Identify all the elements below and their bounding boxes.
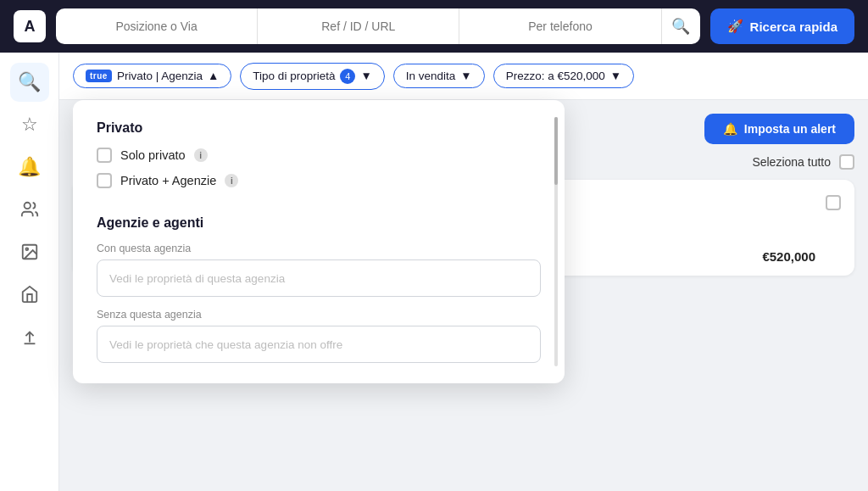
- property-select-checkbox[interactable]: [826, 195, 841, 210]
- filter-chip-prezzo[interactable]: Prezzo: a €520,000 ▼: [493, 64, 634, 88]
- chevron-up-icon: ▲: [208, 70, 219, 82]
- solo-privato-checkbox[interactable]: [97, 148, 112, 163]
- privato-agenzie-checkbox[interactable]: [97, 173, 112, 188]
- select-all-label: Seleziona tutto: [752, 155, 831, 169]
- ref-segment[interactable]: [258, 8, 459, 44]
- svg-point-0: [24, 203, 30, 209]
- sidebar: 🔍 ☆ 🔔: [0, 53, 59, 491]
- dropdown-scroll-thumb: [554, 117, 558, 185]
- filter-chip-privato[interactable]: true Privato | Agenzia ▲: [73, 64, 231, 88]
- rocket-icon: 🚀: [727, 19, 743, 34]
- position-input[interactable]: [66, 20, 247, 33]
- app-logo: A: [14, 10, 46, 42]
- chevron-down-icon-3: ▼: [610, 70, 621, 82]
- phone-segment[interactable]: [459, 8, 660, 44]
- solo-privato-label: Solo privato: [120, 148, 186, 162]
- sidebar-item-favorites[interactable]: ☆: [10, 105, 49, 144]
- privato-agenzie-label: Privato + Agenzie: [120, 174, 216, 187]
- con-questa-input[interactable]: [97, 259, 541, 297]
- privato-agenzie-info-icon[interactable]: i: [225, 174, 238, 187]
- search-bar: 🔍: [56, 8, 700, 44]
- sidebar-item-gallery[interactable]: [10, 232, 49, 271]
- chevron-down-icon-2: ▼: [460, 70, 471, 82]
- sidebar-item-alerts[interactable]: 🔔: [10, 148, 49, 187]
- alert-button[interactable]: 🔔 Imposta un alert: [704, 114, 854, 144]
- dropdown-panel: Privato Solo privato i Privato + Agenzie…: [73, 100, 565, 383]
- chip-label-privato: Privato | Agenzia: [117, 70, 203, 82]
- solo-privato-row: Solo privato i: [97, 148, 541, 163]
- tipo-badge: 4: [340, 69, 355, 84]
- sidebar-item-handshake[interactable]: [10, 317, 49, 356]
- select-all-checkbox[interactable]: [839, 154, 854, 170]
- chip-label-tipo: Tipo di proprietà: [253, 70, 335, 82]
- position-segment[interactable]: [56, 8, 258, 44]
- ref-input[interactable]: [268, 20, 448, 33]
- top-navigation: A 🔍 🚀 Ricerca rapida: [0, 0, 868, 53]
- con-questa-label: Con questa agenzia: [97, 243, 541, 254]
- rapid-search-button[interactable]: 🚀 Ricerca rapida: [710, 8, 854, 44]
- svg-point-2: [25, 248, 28, 250]
- filter-area: true Privato | Agenzia ▲ Tipo di proprie…: [59, 53, 868, 491]
- solo-privato-info-icon[interactable]: i: [194, 148, 208, 162]
- sidebar-item-people[interactable]: [10, 190, 49, 229]
- new-badge: true: [86, 70, 112, 82]
- chevron-down-icon: ▼: [360, 70, 371, 82]
- search-button[interactable]: 🔍: [661, 8, 700, 44]
- filter-chip-vendita[interactable]: In vendita ▼: [393, 64, 485, 88]
- chip-label-vendita: In vendita: [406, 70, 456, 82]
- agenzie-section-title: Agenzie e agenti: [97, 215, 541, 231]
- filter-bar: true Privato | Agenzia ▲ Tipo di proprie…: [59, 53, 868, 100]
- dropdown-scrollbar[interactable]: [554, 117, 558, 366]
- sidebar-item-home[interactable]: [10, 275, 49, 314]
- main-layout: 🔍 ☆ 🔔 true Privato | Agenzia ▲ Tip: [0, 53, 868, 491]
- chip-label-prezzo: Prezzo: a €520,000: [506, 70, 605, 82]
- phone-input[interactable]: [470, 20, 650, 33]
- price-tag: €520,000: [762, 249, 815, 264]
- senza-questa-input[interactable]: [97, 326, 541, 363]
- sidebar-item-search[interactable]: 🔍: [10, 63, 49, 102]
- filter-chip-tipo[interactable]: Tipo di proprietà 4 ▼: [240, 63, 384, 90]
- privato-agenzie-row: Privato + Agenzie i: [97, 173, 541, 188]
- senza-questa-label: Senza questa agenzia: [97, 309, 541, 321]
- bell-icon: 🔔: [723, 122, 737, 136]
- privato-section-title: Privato: [97, 120, 541, 136]
